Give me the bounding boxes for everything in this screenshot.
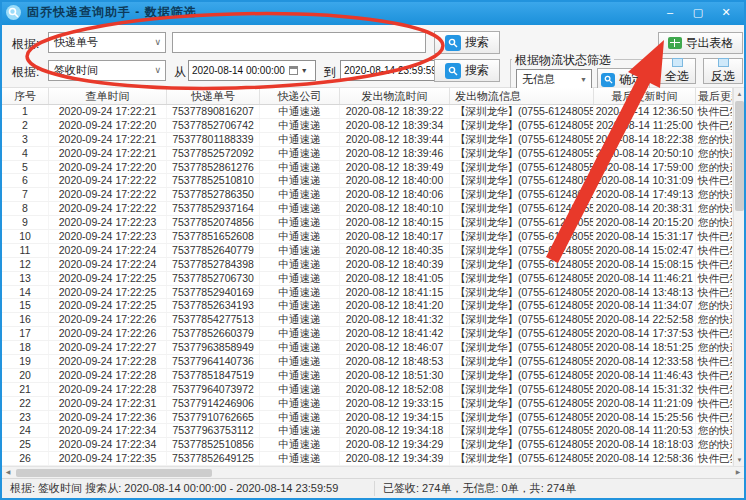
cell: 【深圳龙华】(0755-61248055...: [450, 452, 594, 465]
horizontal-scroll-thumb[interactable]: [16, 469, 212, 477]
cell: 2020-08-14 11:25:00: [594, 119, 696, 132]
vertical-scroll-thumb[interactable]: [735, 101, 744, 211]
cell: 75377852572092: [167, 147, 260, 160]
scroll-up-icon[interactable]: ▲: [734, 88, 745, 100]
cell: 快件已签收: [696, 272, 733, 285]
cell: 【深圳龙华】(0755-61248055...: [450, 188, 594, 201]
cell: 【深圳龙华】(0755-61248055...: [450, 133, 594, 146]
select-all-button[interactable]: 全选: [658, 58, 696, 84]
cell: 75377910762665: [167, 411, 260, 424]
table-row[interactable]: 62020-09-24 17:22:2275377852510810中通速递20…: [2, 174, 733, 188]
table-row[interactable]: 212020-09-24 17:22:2875377964073972中通速递2…: [2, 383, 733, 397]
minimize-button[interactable]: –: [656, 4, 684, 22]
table-row[interactable]: 112020-09-24 17:22:2475377852640779中通速递2…: [2, 244, 733, 258]
table-row[interactable]: 252020-09-24 17:22:3475377852510856中通速递2…: [2, 438, 733, 452]
table-row[interactable]: 242020-09-24 17:22:3475377963753112中通速递2…: [2, 424, 733, 438]
cell: 2020-08-12 19:33:15: [340, 397, 450, 410]
cell: 2020-08-14 20:38:31: [594, 202, 696, 215]
table-row[interactable]: 42020-09-24 17:22:2175377852572092中通速递20…: [2, 147, 733, 161]
cell: 中通速递: [260, 286, 340, 299]
table-row[interactable]: 222020-09-24 17:22:3175377914246906中通速递2…: [2, 397, 733, 411]
cell: 2020-09-24 17:22:25: [49, 299, 167, 312]
cell: 【深圳龙华】(0755-61248055...: [450, 119, 594, 132]
cell: 中通速递: [260, 369, 340, 382]
cell: 75377852784398: [167, 258, 260, 271]
chevron-down-icon: ∨: [154, 65, 161, 75]
cell: 25: [2, 438, 49, 451]
table-row[interactable]: 132020-09-24 17:22:2575377852706730中通速递2…: [2, 272, 733, 286]
cell: 【深圳龙华】(0755-61248055...: [450, 397, 594, 410]
cell: 2020-08-12 18:39:46: [340, 147, 450, 160]
table-row[interactable]: 22020-09-24 17:22:2075377852706742中通速递20…: [2, 119, 733, 133]
table-row[interactable]: 202020-09-24 17:22:2875377851847519中通速递2…: [2, 369, 733, 383]
table-row[interactable]: 182020-09-24 17:22:2775377963858949中通速递2…: [2, 341, 733, 355]
cell: 您的快递已: [696, 341, 733, 354]
table-row[interactable]: 82020-09-24 17:22:2275377852937164中通速递20…: [2, 202, 733, 216]
cell: 2020-09-24 17:22:23: [49, 216, 167, 229]
cell: 2020-08-14 10:31:09: [594, 174, 696, 187]
table-row[interactable]: 122020-09-24 17:22:2475377852784398中通速递2…: [2, 258, 733, 272]
column-header[interactable]: 查单时间: [49, 88, 167, 104]
column-header[interactable]: 发出物流信息: [450, 88, 594, 104]
date-from-picker[interactable]: 2020-08-14 00:00:00 ▼: [188, 60, 316, 81]
cell: 5: [2, 161, 49, 174]
table-row[interactable]: 92020-09-24 17:22:2375377852074856中通速递20…: [2, 216, 733, 230]
cell: 22: [2, 397, 49, 410]
cell: 中通速递: [260, 105, 340, 118]
cell: 2020-08-12 18:40:06: [340, 188, 450, 201]
cell: 2020-08-14 13:48:13: [594, 286, 696, 299]
search-button-1[interactable]: 搜索: [434, 31, 500, 54]
cell: 14: [2, 286, 49, 299]
vertical-scrollbar[interactable]: ▲ ▼: [733, 88, 744, 466]
table-row[interactable]: 162020-09-24 17:22:2675377854277513中通速递2…: [2, 313, 733, 327]
cell: 【深圳龙华】(0755-61248055...: [450, 299, 594, 312]
cell: 2020-08-12 18:41:20: [340, 299, 450, 312]
cell: 9: [2, 216, 49, 229]
export-table-button[interactable]: 导出表格: [658, 32, 743, 54]
table-row[interactable]: 102020-09-24 17:22:2375377851652608中通速递2…: [2, 230, 733, 244]
maximize-button[interactable]: ▢: [684, 4, 712, 22]
table-row[interactable]: 152020-09-24 17:22:2575377852634193中通速递2…: [2, 299, 733, 313]
tracking-number-input[interactable]: [172, 32, 426, 53]
search-icon: [445, 63, 461, 79]
cell: 1: [2, 105, 49, 118]
table-row[interactable]: 32020-09-24 17:22:2175377801188339中通速递20…: [2, 133, 733, 147]
column-header[interactable]: 序号: [2, 88, 49, 104]
table-row[interactable]: 232020-09-24 17:22:3675377910762665中通速递2…: [2, 411, 733, 425]
cell: 2020-08-14 11:34:07: [594, 299, 696, 312]
column-header[interactable]: 快递公司: [260, 88, 340, 104]
logistics-status-select[interactable]: 无信息 ▼: [516, 69, 592, 90]
table-row[interactable]: 192020-09-24 17:22:2875377964140736中通速递2…: [2, 355, 733, 369]
invert-selection-button[interactable]: 反选: [703, 58, 743, 84]
cell: 中通速递: [260, 299, 340, 312]
cell: 您的快递已: [696, 147, 733, 160]
table-row[interactable]: 262020-09-24 17:22:3575377852649125中通速递2…: [2, 452, 733, 466]
cell: 中通速递: [260, 174, 340, 187]
filter2-field-select[interactable]: 签收时间 ∨: [48, 60, 166, 81]
search-button-2[interactable]: 搜索: [434, 59, 500, 82]
column-header[interactable]: 快递单号: [167, 88, 260, 104]
close-button[interactable]: ✕: [712, 4, 740, 22]
cell: 75377964073972: [167, 383, 260, 396]
cell: 18: [2, 341, 49, 354]
column-header[interactable]: 最后更新时间: [594, 88, 696, 104]
cell: 2020-08-14 20:50:10: [594, 147, 696, 160]
table-row[interactable]: 142020-09-24 17:22:2575377852940169中通速递2…: [2, 286, 733, 300]
column-header[interactable]: 发出物流时间: [340, 88, 450, 104]
cell: 2020-08-12 18:40:10: [340, 202, 450, 215]
scroll-down-icon[interactable]: ▼: [734, 454, 745, 466]
filter1-field-select[interactable]: 快递单号 ∨: [48, 32, 166, 53]
table-row[interactable]: 12020-09-24 17:22:2175377890816207中通速递20…: [2, 105, 733, 119]
cell: 11: [2, 244, 49, 257]
table-row[interactable]: 52020-09-24 17:22:2075377852861276中通速递20…: [2, 161, 733, 175]
cell: 2020-08-12 18:41:42: [340, 327, 450, 340]
cell: 2020-09-24 17:22:20: [49, 161, 167, 174]
horizontal-scrollbar[interactable]: ◀ ▶: [2, 466, 744, 478]
table-row[interactable]: 72020-09-24 17:22:2275377852786350中通速递20…: [2, 188, 733, 202]
cell: 17: [2, 327, 49, 340]
chevron-down-icon: ∨: [154, 37, 161, 47]
column-header[interactable]: 最后更新信息: [696, 88, 733, 104]
table-row[interactable]: 172020-09-24 17:22:2675377852660379中通速递2…: [2, 327, 733, 341]
cell: 2020-08-14 11:46:43: [594, 369, 696, 382]
cell: 您的快递已: [696, 216, 733, 229]
